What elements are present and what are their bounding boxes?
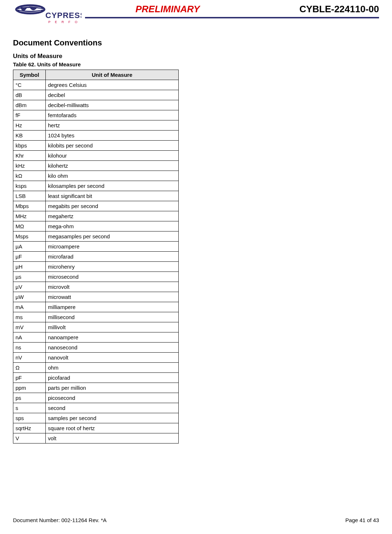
cell-symbol: sqrtHz	[13, 423, 46, 433]
cell-symbol: MΩ	[13, 221, 46, 231]
table-body: °Cdegrees CelsiusdBdecibeldBmdecibel-mil…	[13, 80, 179, 443]
page: CYPRESS P E R F O R M PRELIMINARY CYBLE-…	[0, 0, 392, 534]
table-row: sqrtHzsquare root of hertz	[13, 423, 179, 433]
cell-symbol: Hz	[13, 120, 46, 131]
cell-unit: mega-ohm	[46, 221, 179, 231]
table-row: nsnanosecond	[13, 343, 179, 353]
cell-unit: kilohour	[46, 151, 179, 161]
table-row: kHzkilohertz	[13, 161, 179, 171]
table-row: kbpskilobits per second	[13, 141, 179, 151]
table-row: nVnanovolt	[13, 353, 179, 363]
table-row: Mspsmegasamples per second	[13, 231, 179, 242]
cell-symbol: Mbps	[13, 201, 46, 211]
cell-symbol: V	[13, 433, 46, 443]
cell-symbol: nA	[13, 332, 46, 343]
cell-symbol: kbps	[13, 141, 46, 151]
table-row: msmillisecond	[13, 312, 179, 322]
table-row: µHmicrohenry	[13, 262, 179, 272]
cell-symbol: µH	[13, 262, 46, 272]
cell-symbol: dB	[13, 90, 46, 100]
cell-unit: millivolt	[46, 322, 179, 332]
table-row: ssecond	[13, 403, 179, 413]
table-row: mAmilliampere	[13, 302, 179, 312]
cell-unit: millisecond	[46, 312, 179, 322]
cell-unit: picofarad	[46, 373, 179, 383]
table-caption: Table 62. Units of Measure	[13, 61, 379, 67]
cell-unit: samples per second	[46, 413, 179, 423]
table-row: °Cdegrees Celsius	[13, 80, 179, 90]
table-header-row: Symbol Unit of Measure	[13, 70, 179, 80]
cell-symbol: pF	[13, 373, 46, 383]
cell-symbol: Ω	[13, 363, 46, 373]
table-row: µFmicrofarad	[13, 252, 179, 262]
table-row: Vvolt	[13, 433, 179, 443]
cell-unit: femtofarads	[46, 110, 179, 120]
table-row: µWmicrowatt	[13, 292, 179, 302]
cell-symbol: KB	[13, 131, 46, 141]
table-row: KB1024 bytes	[13, 131, 179, 141]
cell-symbol: sps	[13, 413, 46, 423]
col-header-symbol: Symbol	[13, 70, 46, 80]
cell-unit: decibel	[46, 90, 179, 100]
cell-symbol: ns	[13, 343, 46, 353]
page-footer: Document Number: 002-11264 Rev. *A Page …	[13, 513, 379, 523]
cypress-logo-icon: CYPRESS P E R F O R M	[13, 4, 81, 27]
company-logo: CYPRESS P E R F O R M	[13, 4, 81, 27]
cell-symbol: fF	[13, 110, 46, 120]
cell-unit: nanoampere	[46, 332, 179, 343]
cell-unit: decibel-milliwatts	[46, 100, 179, 110]
table-row: kspskilosamples per second	[13, 181, 179, 191]
table-row: MΩmega-ohm	[13, 221, 179, 231]
cell-symbol: kΩ	[13, 171, 46, 181]
cell-unit: megahertz	[46, 211, 179, 221]
table-row: dBdecibel	[13, 90, 179, 100]
part-number: CYBLE-224110-00	[299, 4, 379, 15]
cell-symbol: µW	[13, 292, 46, 302]
cell-symbol: µs	[13, 272, 46, 282]
table-row: Hzhertz	[13, 120, 179, 131]
header-titles: PRELIMINARY CYBLE-224110-00	[85, 4, 379, 17]
table-row: pspicosecond	[13, 393, 179, 403]
cell-unit: nanovolt	[46, 353, 179, 363]
cell-symbol: µV	[13, 282, 46, 292]
cell-symbol: µA	[13, 242, 46, 252]
preliminary-label: PRELIMINARY	[135, 4, 200, 15]
table-row: kΩkilo ohm	[13, 171, 179, 181]
header-rule	[85, 17, 379, 18]
cell-unit: microsecond	[46, 272, 179, 282]
table-row: fFfemtofarads	[13, 110, 179, 120]
cell-unit: microvolt	[46, 282, 179, 292]
table-row: Mbpsmegabits per second	[13, 201, 179, 211]
cell-symbol: dBm	[13, 100, 46, 110]
doc-number: Document Number: 002-11264 Rev. *A	[13, 517, 107, 523]
cell-unit: megasamples per second	[46, 231, 179, 242]
units-table: Symbol Unit of Measure °Cdegrees Celsius…	[13, 70, 179, 443]
cell-unit: microfarad	[46, 252, 179, 262]
cell-unit: kilohertz	[46, 161, 179, 171]
cell-unit: hertz	[46, 120, 179, 131]
cell-unit: picosecond	[46, 393, 179, 403]
table-row: spssamples per second	[13, 413, 179, 423]
table-row: µsmicrosecond	[13, 272, 179, 282]
cell-unit: least significant bit	[46, 191, 179, 201]
cell-unit: ohm	[46, 363, 179, 373]
table-row: ppmparts per million	[13, 383, 179, 393]
cell-unit: degrees Celsius	[46, 80, 179, 90]
header-right: PRELIMINARY CYBLE-224110-00	[85, 4, 379, 18]
cell-symbol: µF	[13, 252, 46, 262]
cell-symbol: mA	[13, 302, 46, 312]
table-row: MHzmegahertz	[13, 211, 179, 221]
logo-company-text: CYPRESS	[45, 11, 81, 20]
subsection-title: Units of Measure	[13, 53, 379, 60]
cell-symbol: LSB	[13, 191, 46, 201]
cell-unit: kilosamples per second	[46, 181, 179, 191]
table-row: dBmdecibel-milliwatts	[13, 100, 179, 110]
col-header-unit: Unit of Measure	[46, 70, 179, 80]
content-area: Document Conventions Units of Measure Ta…	[13, 29, 379, 513]
cell-symbol: ppm	[13, 383, 46, 393]
table-row: µVmicrovolt	[13, 282, 179, 292]
cell-unit: square root of hertz	[46, 423, 179, 433]
cell-symbol: ms	[13, 312, 46, 322]
cell-symbol: ps	[13, 393, 46, 403]
cell-symbol: MHz	[13, 211, 46, 221]
